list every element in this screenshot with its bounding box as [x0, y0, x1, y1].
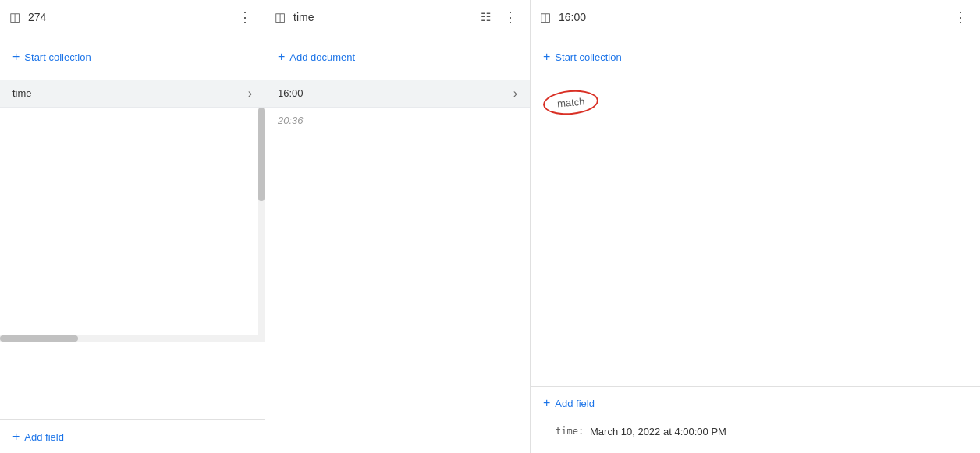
panel-documents: ◫ time ☷ ⋮ + Add document 16:00 › 20:36 [265, 0, 531, 453]
match-badge: match [542, 88, 600, 117]
panel1-scrollbar-h[interactable] [0, 335, 265, 342]
panel1-body: + Start collection time › [0, 34, 265, 419]
panel1-start-collection-label: Start collection [24, 51, 91, 63]
panel1-item-time[interactable]: time › [0, 80, 265, 108]
panel3-add-field-btn[interactable]: + Add field [543, 396, 968, 410]
panel3-header: ◫ 16:00 ⋮ [531, 0, 980, 34]
panel2-header: ◫ time ☷ ⋮ [265, 0, 530, 34]
panel1-doc-icon: ◫ [9, 10, 20, 24]
panel3-field-time: time: March 10, 2022 at 4:00:00 PM [543, 419, 968, 444]
panel2-item-1600[interactable]: 16:00 › [265, 80, 530, 108]
panel3-field-time-key: time: [556, 426, 587, 437]
panel1-add-field-label: Add field [24, 431, 64, 443]
panel2-body: + Add document 16:00 › 20:36 [265, 34, 530, 453]
panel1-scrollbar-v-thumb[interactable] [258, 108, 265, 201]
panel3-header-icons: ⋮ [950, 5, 971, 29]
panel1-scrollbar-h-thumb[interactable] [0, 335, 78, 342]
panel3-more-icon[interactable]: ⋮ [950, 5, 971, 29]
panel2-item-1600-label: 16:00 [278, 87, 513, 99]
panel2-filter-icon[interactable]: ☷ [478, 7, 494, 27]
panel1-footer: + Add field [0, 419, 265, 453]
panel2-plus-icon: + [278, 50, 285, 64]
panel2-title-text: time [293, 11, 314, 23]
match-text: match [556, 95, 585, 109]
match-container: match [531, 80, 980, 126]
panel3-add-field-label: Add field [555, 398, 595, 409]
panel3-title-text: 16:00 [559, 11, 586, 23]
panel3-footer: + Add field time: March 10, 2022 at 4:00… [531, 386, 980, 453]
panel3-field-time-value: March 10, 2022 at 4:00:00 PM [590, 426, 726, 437]
panel1-item-time-label: time [12, 87, 248, 99]
panel-collections: ◫ 274 ⋮ + Start collection time › [0, 0, 265, 453]
panel3-add-field-plus-icon: + [543, 396, 550, 410]
panel2-item-1600-arrow: › [513, 87, 517, 101]
panel2-doc-icon: ◫ [275, 10, 286, 24]
panel2-more-icon[interactable]: ⋮ [500, 5, 520, 29]
panel3-plus-icon: + [543, 50, 550, 64]
panel2-title: ◫ time [275, 10, 478, 24]
panel1-scroll-area [0, 108, 265, 342]
panel3-fields: time: March 10, 2022 at 4:00:00 PM [543, 419, 968, 444]
panel2-item-2036-label: 20:36 [278, 115, 304, 126]
panel2-add-doc-btn[interactable]: + Add document [265, 42, 530, 72]
panel1-item-time-arrow: › [248, 87, 252, 101]
panel3-start-collection-label: Start collection [555, 51, 621, 63]
panel3-doc-icon: ◫ [540, 10, 551, 24]
panel1-header-icons: ⋮ [235, 5, 255, 29]
panel2-item-2036: 20:36 [265, 108, 530, 133]
panel1-add-field-plus-icon: + [12, 430, 20, 444]
panel-detail: ◫ 16:00 ⋮ + Start collection match [531, 0, 980, 453]
panel1-header: ◫ 274 ⋮ [0, 0, 265, 34]
panel3-title: ◫ 16:00 [540, 10, 950, 24]
panel1-more-icon[interactable]: ⋮ [235, 5, 255, 29]
panel1-title: ◫ 274 [9, 10, 235, 24]
panel3-start-collection-btn[interactable]: + Start collection [531, 42, 980, 72]
panel2-header-icons: ☷ ⋮ [478, 5, 520, 29]
panel1-start-collection-btn[interactable]: + Start collection [0, 42, 265, 72]
panel2-add-doc-label: Add document [289, 51, 355, 63]
panel1-title-text: 274 [28, 11, 46, 23]
panel1-scrollbar-v[interactable] [258, 108, 265, 342]
panel1-add-field-btn[interactable]: + Add field [12, 430, 252, 444]
panel1-plus-icon: + [12, 50, 20, 64]
panel3-body: + Start collection match [531, 34, 980, 386]
